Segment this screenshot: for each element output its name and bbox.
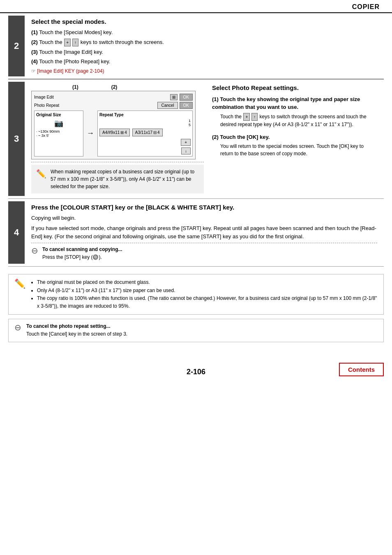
list-item: Only A4 (8-1/2" x 11") or A3 (11" x 17")… — [37, 287, 378, 295]
step4-title: Press the [COLOUR START] key or the [BLA… — [31, 204, 377, 211]
step3-inner: (1) (2) Image Edit ⊞ OK — [31, 84, 377, 193]
bottom-note-icon: ✏️ — [14, 279, 25, 289]
step3-number: 3 — [8, 82, 25, 196]
contents-button[interactable]: Contents — [339, 363, 384, 376]
step3-block: 3 (1) (2) Image Edit ⊞ — [8, 79, 384, 199]
cancel-repeat-title: To cancel the photo repeat setting... — [26, 323, 110, 329]
note-box: ✏️ When making repeat copies of a busine… — [31, 165, 204, 193]
a3-btn[interactable]: A3/11x17 ⊟ 4 — [132, 129, 163, 136]
screen-row-photorepeat: Photo Repeat Cancel OK — [34, 102, 193, 109]
right3-item-2: (2) Touch the [OK] key. You will return … — [212, 133, 377, 158]
arrow-key-icon: ↑ — [72, 39, 78, 46]
cancel-btn[interactable]: Cancel — [157, 102, 178, 109]
callout2-label: (2) — [111, 84, 118, 90]
grid-icon-a3: ⊟ — [153, 130, 157, 135]
photo-repeat-label: Photo Repeat — [34, 103, 156, 108]
count-a3: 4 — [157, 130, 160, 135]
list-item: The copy ratio is 100% when this functio… — [37, 295, 378, 310]
cancel-repeat-text: To cancel the photo repeat setting... To… — [26, 322, 127, 338]
cancel-text: To cancel scanning and copying... Press … — [42, 246, 122, 261]
list-item: The original must be placed on the docum… — [37, 279, 378, 286]
list-item: (4) Touch the [Photo Repeat] key. — [31, 58, 377, 66]
cancel-body: Press the [STOP] key (🔘). — [42, 254, 102, 260]
a3-label: A3/11x17 — [135, 130, 152, 135]
right3-subtext-1: Touch the + ↑ keys to switch through the… — [220, 113, 377, 128]
up-btn[interactable]: + — [181, 139, 191, 146]
screen-mockup: Image Edit ⊞ OK Photo Repeat Cancel OK — [31, 91, 196, 159]
page-number: 2-106 — [134, 368, 259, 376]
step3-right-list: (1) Touch the key showing the original t… — [212, 95, 377, 158]
step2-content: Select the special modes. (1) Touch the … — [25, 13, 384, 79]
screen-section: Original Size 📷 · ~130x 90mm · ~ 3x 5' →… — [34, 111, 193, 157]
screen-row-imageedit: Image Edit ⊞ OK — [34, 94, 193, 101]
a4-label: A4/#9x11 — [102, 130, 120, 135]
cancel-note: ⊖ To cancel scanning and copying... Pres… — [31, 246, 377, 261]
main-content: 2 Select the special modes. (1) Touch th… — [0, 13, 392, 355]
screen-repeat: Repeat Type 15 A4/#9x11 ⊞ 4 — [97, 111, 193, 157]
plus-key-icon: + — [64, 39, 71, 46]
count-a4: 4 — [125, 130, 127, 135]
footer: 2-106 Contents — [0, 359, 392, 380]
right3-subtext-2: You will return to the special modes scr… — [220, 143, 377, 157]
size2-label: · ~ 3x 5' — [36, 134, 81, 138]
page: COPIER 2 Select the special modes. (1) T… — [0, 0, 392, 555]
bottom-notes: ✏️ The original must be placed on the do… — [8, 274, 384, 315]
cancel-repeat-icon: ⊖ — [14, 322, 21, 332]
step2-title: Select the special modes. — [31, 18, 377, 25]
cancel-title: To cancel scanning and copying... — [42, 246, 122, 252]
plus-key-small: + — [243, 113, 250, 121]
callout-labels: (1) (2) — [72, 84, 204, 90]
list-item: (1) Touch the [Special Modes] key. — [31, 28, 377, 37]
a4-btn[interactable]: A4/#9x11 ⊞ 4 — [99, 129, 130, 136]
footer-right: Contents — [258, 363, 384, 376]
list-item: (3) Touch the [Image Edit] key. — [31, 48, 377, 56]
screen-grid-btns: A4/#9x11 ⊞ 4 A3/11x17 ⊟ 4 — [99, 129, 191, 136]
header-title: COPIER — [352, 3, 380, 11]
step3-content: (1) (2) Image Edit ⊞ OK — [25, 79, 384, 198]
original-size-label: Original Size — [36, 113, 81, 117]
step4-block: 4 Press the [COLOUR START] key or the [B… — [8, 199, 384, 267]
step2-list: (1) Touch the [Special Modes] key. (2) T… — [31, 28, 377, 66]
step2-block: 2 Select the special modes. (1) Touch th… — [8, 13, 384, 79]
cancel-repeat-body: Touch the [Cancel] key in the screen of … — [26, 331, 127, 337]
callout1-label: (1) — [72, 84, 78, 90]
image-edit-key-link[interactable]: [Image Edit] KEY (page 2-104) — [37, 68, 104, 74]
bottom-note-list: The original must be placed on the docum… — [30, 279, 378, 310]
step4-body2: If you have selected sort mode, change o… — [31, 224, 377, 240]
screen-original: Original Size 📷 · ~130x 90mm · ~ 3x 5' — [34, 111, 83, 157]
note-text: When making repeat copies of a business … — [51, 168, 199, 190]
grid-icon-a4: ⊞ — [120, 130, 124, 135]
cancel-icon: ⊖ — [31, 246, 38, 256]
arrow-icon: → — [87, 111, 94, 157]
step2-link: ☞ [Image Edit] KEY (page 2-104) — [31, 68, 377, 74]
ok-btn-2[interactable]: OK — [180, 102, 193, 109]
step2-number: 2 — [8, 16, 25, 76]
ok-btn-top[interactable]: OK — [180, 94, 193, 101]
right3-item-1: (1) Touch the key showing the original t… — [212, 95, 377, 128]
page-count: 15 — [99, 119, 191, 127]
arrow-key-small: ↑ — [251, 113, 258, 121]
dashed-sep — [31, 162, 204, 162]
nav-btns: + ↓ — [99, 139, 191, 154]
step3-left: (1) (2) Image Edit ⊞ OK — [31, 84, 204, 193]
step4-body1: Copying will begin. — [31, 214, 377, 222]
cancel-repeat-note: ⊖ To cancel the photo repeat setting... … — [8, 319, 384, 342]
step4-number: 4 — [8, 201, 25, 264]
note-pencil-icon: ✏️ — [36, 169, 46, 179]
step3-right-title: Select Photo Repeat settings. — [212, 84, 377, 91]
size1-label: · ~130x 90mm — [36, 129, 81, 134]
grid-icon: ⊞ — [170, 94, 178, 100]
step3-right: Select Photo Repeat settings. (1) Touch … — [212, 84, 377, 193]
step4-content: Press the [COLOUR START] key or the [BLA… — [25, 199, 384, 267]
header: COPIER — [0, 0, 392, 13]
camera-icon: 📷 — [36, 119, 81, 128]
list-item: (2) Touch the + ↑ keys to switch through… — [31, 38, 377, 46]
down-btn[interactable]: ↓ — [181, 147, 191, 154]
image-edit-label: Image Edit — [34, 95, 170, 99]
repeat-type-label: Repeat Type — [99, 113, 191, 117]
dashed-sep-2 — [31, 243, 377, 243]
